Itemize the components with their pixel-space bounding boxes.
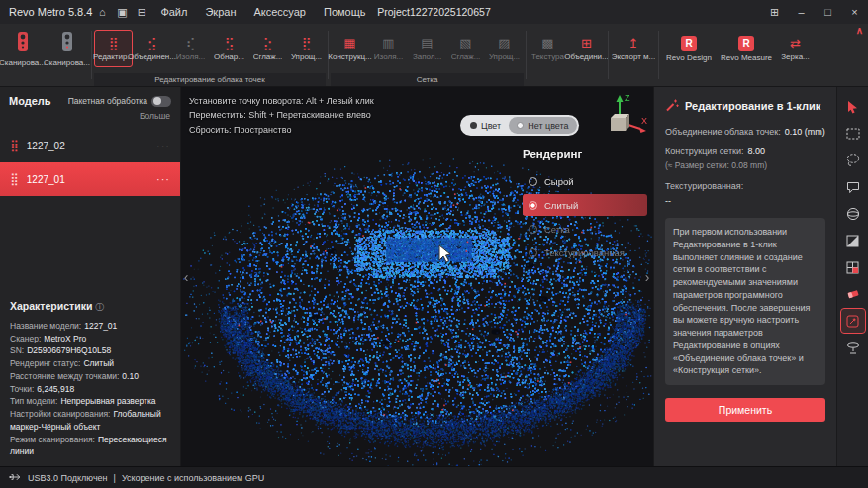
ribbon-item-mesh-simplify[interactable]: ▨ Упрощ... (485, 30, 524, 67)
menu-accessory[interactable]: Аксессуар (244, 6, 315, 18)
scanner-icon (14, 31, 32, 56)
maximize-button[interactable]: □ (815, 0, 841, 24)
ribbon-item-detect[interactable]: ⣫ Обнар... (210, 30, 248, 67)
select-cursor-icon[interactable] (841, 95, 865, 119)
ribbon-item-combine[interactable]: ⊞ Объедини... (567, 30, 606, 67)
apps-grid-icon[interactable]: ⊞ (761, 0, 788, 24)
layout-icon[interactable]: ⊟ (132, 6, 151, 19)
selection-tool-strip (836, 87, 868, 466)
ribbon-item-simplify-cloud[interactable]: ⣟ Упрощ... (287, 30, 326, 67)
render-option-mesh[interactable]: Сетка (523, 218, 647, 240)
x-axis-label: X (641, 116, 647, 126)
ribbon-item-mesh-construct[interactable]: ▦ Конструкц... (331, 30, 369, 67)
pointcloud-model-icon: ⣿ (10, 172, 19, 186)
export-group: ↥ Экспорт м... (611, 24, 656, 86)
apply-button[interactable]: Применить (665, 398, 825, 422)
ribbon-item-texture[interactable]: ▩ Текстура (529, 30, 567, 67)
more-link[interactable]: Больше (0, 109, 180, 129)
ribbon-item-export[interactable]: ↥ Экспорт м... (611, 30, 656, 67)
status-separator: | (114, 473, 116, 483)
scan-button-2[interactable]: Сканирова... (45, 24, 89, 73)
property-row: Рендеринг статус:Слитый (10, 357, 170, 370)
viewport-hints: Установите точку поворота: Alt + Левый к… (189, 94, 374, 137)
ribbon-item-revo-measure[interactable]: R Revo Measure (717, 30, 776, 67)
point-edit-icon: ⣿ (109, 37, 119, 50)
grid-select-icon[interactable] (841, 255, 865, 279)
scan-button-1[interactable]: Сканирова... (0, 24, 45, 73)
batch-processing-toggle[interactable] (151, 96, 171, 107)
collapse-right-panel-chevron[interactable]: › (642, 269, 652, 285)
color-toggle[interactable]: Цвет Нет цвета (460, 115, 579, 136)
comment-icon[interactable] (841, 175, 865, 199)
combine-icon: ⊞ (581, 37, 592, 50)
isolate-icon: ⢎ (186, 37, 196, 50)
close-button[interactable]: × (841, 0, 868, 24)
ribbon-item-edit[interactable]: ⣿ Редактир... (94, 30, 133, 67)
viewport-3d[interactable]: Установите точку поворота: Alt + Левый к… (181, 87, 653, 466)
texture-icon: ▩ (541, 37, 553, 50)
render-option-raw[interactable]: Сырой (523, 170, 647, 192)
ribbon-item-revo-design[interactable]: R Revo Design (661, 30, 717, 67)
ribbon-item-mirror[interactable]: ⇄ Зерка... (776, 30, 815, 67)
one-click-edit-icon[interactable] (841, 309, 865, 333)
item-menu-icon[interactable]: ··· (156, 140, 170, 151)
lasso-select-icon[interactable] (841, 148, 865, 172)
ribbon-item-isolate-cloud[interactable]: ⢎ Изоля... (171, 30, 210, 67)
turntable-icon[interactable] (841, 336, 865, 359)
item-menu-icon[interactable]: ··· (156, 173, 170, 185)
ribbon-item-merge-cloud[interactable]: ⣪ Объединен... (133, 30, 171, 67)
home-icon[interactable]: ⌂ (92, 6, 112, 18)
menu-help[interactable]: Помощь (315, 6, 375, 18)
menu-file[interactable]: Файл (151, 6, 196, 18)
magic-wand-icon (665, 98, 679, 114)
clip-plane-icon[interactable] (841, 229, 865, 252)
ribbon-item-mesh-isolate[interactable]: ▥ Изоля... (369, 30, 408, 67)
ribbon-item-mesh-smooth[interactable]: ▧ Сглаж... (446, 30, 485, 67)
pointcloud-model-icon: ⣿ (10, 139, 19, 152)
collapse-ribbon-chevron[interactable]: ∧ (856, 25, 863, 36)
point-cloud-canvas[interactable] (181, 87, 653, 466)
property-row: Тип модели:Непрерывная развертка (10, 395, 170, 408)
texture-setting-value: -- (665, 196, 825, 206)
menu-screen[interactable]: Экран (196, 6, 244, 18)
mesh-setting: Конструкция сетки:8.00 (665, 146, 825, 156)
texture-group: ▩ Текстура ⊞ Объедини... (529, 24, 606, 86)
export-icon: ↥ (628, 37, 639, 50)
mesh-simplify-icon: ▨ (498, 37, 510, 50)
hint-line: Переместить: Shift + Перетаскивание влев… (189, 108, 374, 122)
color-option[interactable]: Цвет (462, 117, 509, 134)
revo-design-icon: R (681, 36, 697, 51)
render-option-textured[interactable]: Текстурированная (523, 242, 647, 263)
separator (608, 31, 609, 79)
batch-processing-label: Пакетная обработка (68, 96, 147, 106)
ribbon-toolbar: Сканирова... Сканирова... ⣿ Редактир... … (0, 24, 868, 87)
sphere-view-icon[interactable] (841, 202, 865, 226)
smooth-icon: ⣕ (263, 37, 273, 50)
minimize-button[interactable]: – (788, 0, 815, 24)
property-row: Режим сканирования:Пересекающиеся линии (10, 434, 170, 459)
radio-icon (529, 248, 537, 257)
rect-select-icon[interactable] (841, 122, 865, 146)
scan-group: Сканирова... Сканирова... (0, 24, 89, 86)
model-name: 1227_01 (27, 174, 65, 185)
merge-cloud-icon: ⣪ (147, 37, 157, 50)
separator (526, 31, 527, 79)
panel-title: Редактирование в 1-клик (685, 100, 820, 112)
collapse-left-panel-chevron[interactable]: ‹ (181, 269, 191, 285)
ribbon-item-mesh-fill[interactable]: ▤ Запол... (408, 30, 446, 67)
model-list-item[interactable]: ⣿ 1227_02 ··· (0, 129, 180, 162)
axis-gizmo[interactable]: Z X (598, 91, 649, 148)
gallery-icon[interactable]: ▣ (112, 6, 132, 19)
color-dot-icon (470, 122, 477, 129)
mesh-group: ▦ Конструкц... ▥ Изоля... ▤ Запол... ▧ С… (331, 24, 524, 86)
info-icon[interactable]: ⓘ (95, 302, 104, 312)
eraser-icon[interactable] (841, 282, 865, 306)
no-color-option[interactable]: Нет цвета (509, 117, 576, 134)
render-option-fused[interactable]: Слитый (523, 194, 647, 216)
mesh-group-label: Сетка (331, 73, 524, 86)
detect-icon: ⣫ (225, 37, 235, 50)
model-list-item-selected[interactable]: ⣿ 1227_01 ··· (0, 162, 180, 196)
usb-icon (9, 472, 22, 484)
simplify-icon: ⣟ (302, 37, 312, 50)
ribbon-item-smooth-cloud[interactable]: ⣕ Сглаж... (248, 30, 287, 67)
